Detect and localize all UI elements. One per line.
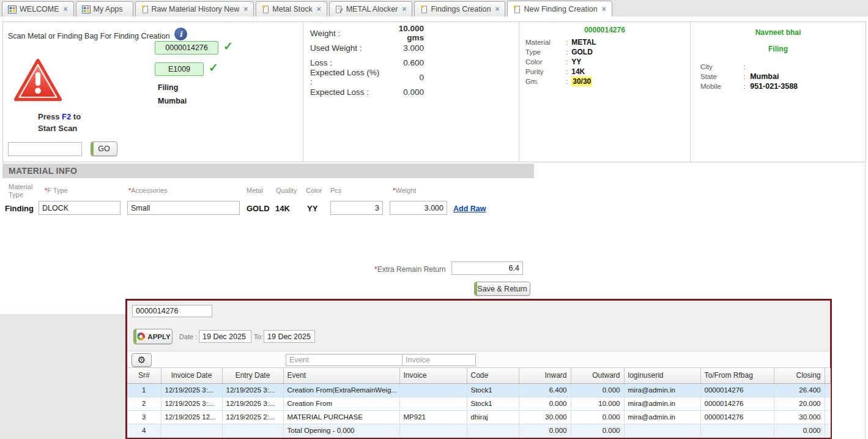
color-value: YY [307,204,317,213]
apply-color-icon [137,332,145,340]
accessories-column-label: *Accessories [128,187,168,194]
cell-invoice-date: 12/19/2025 12... [161,410,222,424]
close-icon[interactable]: × [602,5,606,13]
pcs-input[interactable] [330,201,383,215]
date-to-input[interactable] [264,330,315,343]
col-header-sr[interactable]: Sr# [127,368,161,383]
accessories-input[interactable] [127,201,240,215]
save-return-button[interactable]: Save & Return [474,282,530,296]
info-icon[interactable]: i [174,28,187,40]
extra-remain-return-input[interactable] [451,261,523,275]
col-header-rfbag[interactable]: To/From Rfbag [700,368,774,383]
close-icon[interactable]: × [64,5,68,13]
tab-my-apps[interactable]: My Apps [76,1,133,17]
metal-column-label: Metal [247,187,263,194]
add-raw-link[interactable]: Add Raw [453,204,486,213]
tab-label: Findings Creation [431,5,491,13]
table-row[interactable]: 1 12/19/2025 3:... 12/19/2025 3:... Crea… [127,383,830,397]
tab-new-finding-creation[interactable]: New Finding Creation × [507,1,612,17]
col-header-outward[interactable]: Outward [571,368,624,383]
tab-findings-creation[interactable]: Findings Creation × [414,1,505,17]
col-header-invoice-date[interactable]: Invoice Date [161,368,222,383]
material-row: Gm. : 30/30 [519,77,690,86]
city-label: Mumbai [158,97,187,105]
save-return-label: Save & Return [477,285,527,293]
f2-key: F2 [62,112,71,121]
cell-sr: 4 [127,424,161,437]
cell-spacer [825,424,830,437]
loss-label: Loss : [303,58,383,67]
mobile-value: 951-021-3588 [750,81,798,91]
gm-label: Gm. [519,77,566,86]
apply-button[interactable]: APPLY [133,329,172,344]
cell-inward: 0.000 [519,397,571,410]
metal-value: GOLD [247,204,270,213]
material-row: Purity : 14K [519,67,690,77]
apply-button-label: APPLY [147,333,170,340]
table-row[interactable]: 2 12/19/2025 3:... 12/19/2025 3:... Crea… [127,397,830,410]
cell-sr: 1 [127,383,161,397]
table-header-row: Sr# Invoice Date Entry Date Event Invoic… [127,368,830,383]
cell-spacer [825,397,830,410]
colon: : [566,67,568,77]
press-text: Start Scan [38,124,77,133]
cell-loginuserid [624,424,700,437]
tab-label: Metal Stock [272,5,312,13]
tab-bar: WELCOME × My Apps Raw Material History N… [0,0,868,17]
table-filter-row: ⚙ [127,351,830,368]
weight-text: Weight [395,187,416,194]
tab-welcome[interactable]: WELCOME × [2,1,74,17]
material-type-column-label: Material Type [9,183,38,199]
table-row[interactable]: 3 12/19/2025 12... 12/19/2025 2:... MATE… [127,410,830,424]
cell-rfbag: 0000014276 [700,383,774,397]
close-icon[interactable]: × [495,5,499,13]
weight-input[interactable] [390,201,447,215]
col-header-loginuserid[interactable]: loginuserid [624,368,700,383]
colon: : [566,77,568,86]
gear-icon[interactable]: ⚙ [132,353,152,367]
close-icon[interactable]: × [402,5,406,13]
weight-row: Expected Loss (%) : 0 [303,70,519,84]
material-info-header: MATERIAL INFO [2,163,534,178]
date-from-input[interactable] [199,330,251,343]
col-header-entry-date[interactable]: Entry Date [222,368,283,383]
press-f2-hint: Press F2 to Start Scan [38,111,81,134]
col-header-closing[interactable]: Closing [774,368,825,383]
page-icon [420,5,428,13]
material-info-section: MATERIAL INFO Material Type *F Type *Acc… [2,163,534,304]
tab-metal-alocker[interactable]: METAL Alocker × [329,1,413,17]
apps-grid-icon [8,6,17,13]
colon: : [743,62,745,72]
go-button-label: GO [98,144,109,153]
col-header-event[interactable]: Event [283,368,399,383]
weight-value: 10.000 gms [383,24,424,42]
to-label: To: [254,333,263,340]
expected-loss-pct-label: Expected Loss (%) : [303,68,383,86]
warning-icon [13,57,63,106]
bag-code-badge: 0000014276 [155,41,218,54]
cell-event: Total Opening - 0.000 [283,424,399,437]
f-type-input[interactable] [39,201,121,215]
cell-rfbag: 0000014276 [700,410,774,424]
col-header-inward[interactable]: Inward [519,368,571,383]
weight-row: Weight : 10.000 gms [303,26,519,40]
go-button[interactable]: GO [91,141,117,156]
col-header-invoice[interactable]: Invoice [399,368,467,383]
invoice-filter-input[interactable] [402,354,476,366]
tab-label: My Apps [94,5,123,13]
material-detail-panel: 0000014276 Material : METAL Type : GOLD … [519,22,690,162]
tab-metal-stock[interactable]: Metal Stock × [256,1,327,17]
cell-entry-date: 12/19/2025 3:... [222,383,283,397]
expected-loss-value: 0.000 [383,88,424,97]
col-header-code[interactable]: Code [467,368,519,383]
cell-closing: 26.400 [774,383,825,397]
tab-raw-material-history[interactable]: Raw Material History New × [135,1,254,17]
event-filter-input[interactable] [286,354,409,366]
rfbag-filter-input[interactable] [132,305,212,317]
scan-input[interactable] [8,142,82,156]
cell-event: Creation From [283,397,399,410]
close-icon[interactable]: × [317,5,321,13]
table-row[interactable]: 4 Total Opening - 0.000 0.000 0.000 0.00… [127,424,830,437]
close-icon[interactable]: × [243,5,248,13]
check-icon: ✓ [209,61,218,75]
